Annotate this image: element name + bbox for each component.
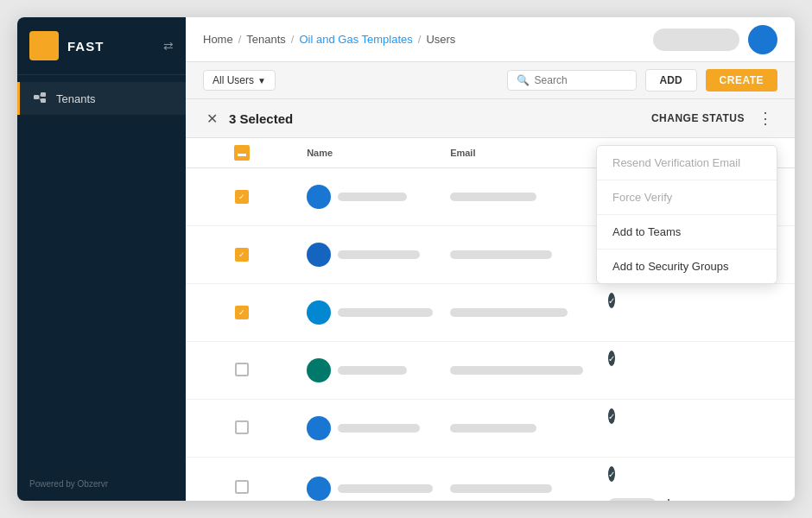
context-menu-item[interactable]: Add to Security Groups: [597, 250, 777, 283]
selection-bar: ✕ 3 Selected CHANGE STATUS ⋮: [186, 99, 795, 138]
filter-dropdown[interactable]: All Users ▼: [203, 70, 276, 91]
col-checkbox[interactable]: ▬: [186, 138, 298, 168]
tenants-icon: [32, 91, 48, 106]
breadcrumb: Home / Tenants / Oil and Gas Templates /…: [203, 33, 455, 46]
selection-left: ✕ 3 Selected: [203, 110, 293, 127]
breadcrumb-users[interactable]: Users: [426, 33, 455, 46]
verified-icon: ✓: [608, 466, 615, 482]
sidebar: FAST ⇄ Tenants Powered by Obzervr: [17, 17, 186, 501]
avatar: [307, 243, 331, 267]
verified-icon: ✓: [608, 293, 615, 308]
chevron-down-icon: ▼: [257, 76, 266, 85]
topbar-right: [653, 25, 777, 54]
breadcrumb-home[interactable]: Home: [203, 33, 233, 46]
sidebar-item-tenants-label: Tenants: [56, 92, 96, 105]
row-checkbox[interactable]: ✓: [235, 190, 249, 204]
row-checkbox[interactable]: [235, 363, 249, 376]
status-badge: Active: [608, 498, 656, 501]
email-placeholder: [450, 484, 552, 493]
sidebar-footer: Powered by Obzervr: [17, 467, 186, 501]
context-menu-item: Resend Verification Email: [597, 146, 777, 180]
row-checkbox[interactable]: ✓: [235, 248, 249, 262]
verified-icon: ✓: [608, 351, 615, 366]
search-wrapper: 🔍: [507, 70, 637, 91]
email-placeholder: [450, 193, 536, 201]
breadcrumb-tenants[interactable]: Tenants: [246, 33, 286, 46]
row-checkbox[interactable]: [235, 480, 249, 494]
avatar: [307, 185, 331, 209]
breadcrumb-template[interactable]: Oil and Gas Templates: [299, 33, 412, 46]
avatar: [307, 416, 331, 440]
search-icon: 🔍: [517, 74, 530, 86]
name-placeholder: [338, 250, 420, 259]
add-button[interactable]: ADD: [645, 69, 697, 92]
context-menu: Resend Verification EmailForce VerifyAdd…: [596, 145, 777, 284]
svg-rect-2: [41, 98, 46, 103]
name-cell: [307, 300, 433, 325]
avatar: [307, 300, 331, 325]
search-input[interactable]: [535, 74, 627, 86]
svg-rect-0: [34, 95, 39, 99]
row-checkbox[interactable]: [235, 420, 249, 434]
sidebar-item-tenants[interactable]: Tenants: [17, 82, 186, 115]
main-window: FAST ⇄ Tenants Powered by Obzervr: [17, 17, 795, 501]
email-placeholder: [450, 308, 568, 317]
selection-count: 3 Selected: [229, 111, 293, 126]
toolbar: All Users ▼ 🔍 ADD CREATE: [186, 62, 795, 99]
name-cell: [307, 243, 433, 267]
logo-text: FAST: [67, 39, 104, 54]
email-placeholder: [450, 250, 552, 259]
table-row: ✓: [186, 342, 795, 400]
email-placeholder: [450, 366, 583, 375]
svg-line-4: [39, 98, 41, 101]
change-status-label: CHANGE STATUS: [651, 112, 745, 124]
name-placeholder: [338, 308, 433, 317]
name-placeholder: [338, 424, 420, 433]
verified-icon: ✓: [608, 408, 615, 424]
table-row: ✓: [186, 400, 795, 458]
header-checkbox[interactable]: ▬: [234, 145, 250, 161]
avatar: [307, 477, 331, 501]
sidebar-header: FAST ⇄: [17, 17, 186, 75]
svg-line-3: [39, 95, 41, 98]
sidebar-nav: Tenants: [17, 75, 186, 467]
col-email-header: Email: [441, 138, 599, 168]
name-placeholder: [338, 484, 433, 493]
table-row: ✓ ✓: [186, 284, 795, 342]
create-button[interactable]: CREATE: [706, 69, 777, 92]
svg-rect-1: [41, 92, 46, 97]
name-placeholder: [338, 366, 407, 375]
name-cell: [307, 477, 433, 501]
logo-box: [29, 31, 59, 60]
more-icon[interactable]: ⋮: [753, 106, 777, 130]
switch-icon[interactable]: ⇄: [163, 39, 174, 53]
context-menu-item: Force Verify: [597, 180, 777, 215]
context-menu-item[interactable]: Add to Teams: [597, 215, 777, 250]
topbar: Home / Tenants / Oil and Gas Templates /…: [186, 17, 795, 62]
avatar: [307, 358, 331, 382]
topbar-search: [653, 28, 739, 51]
close-icon[interactable]: ✕: [203, 110, 220, 127]
name-cell: [307, 185, 433, 209]
selection-right: CHANGE STATUS ⋮: [651, 106, 777, 130]
col-name-header: Name: [298, 138, 441, 168]
table-row: ✓ Active ⋮: [186, 458, 795, 502]
name-cell: [307, 416, 433, 440]
row-more-icon[interactable]: ⋮: [662, 496, 676, 501]
row-checkbox[interactable]: ✓: [235, 306, 249, 319]
user-avatar[interactable]: [748, 25, 777, 54]
name-cell: [307, 358, 433, 382]
name-placeholder: [338, 193, 407, 201]
email-placeholder: [450, 424, 536, 433]
